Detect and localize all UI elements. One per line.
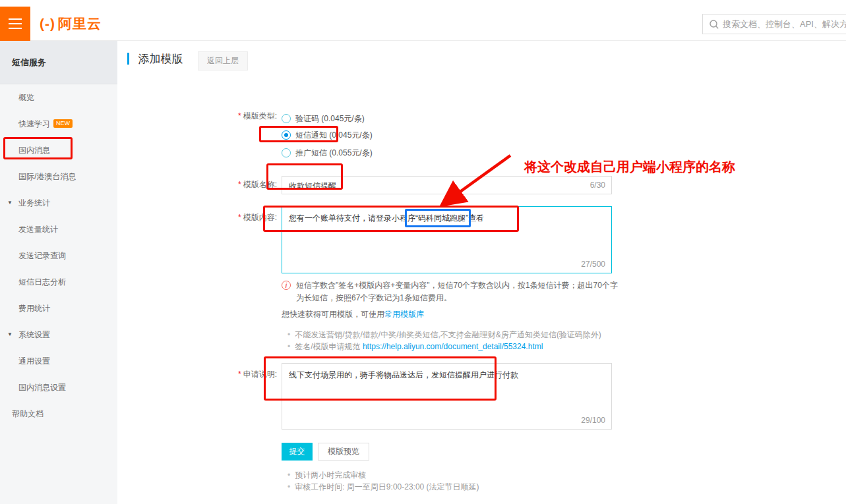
- template-content-value: 您有一个账单待支付，请登录小程序“码科同城跑腿”查看: [289, 212, 599, 224]
- global-search: [702, 14, 846, 34]
- submit-button[interactable]: 提交: [282, 443, 313, 461]
- sidebar-item-sms-log[interactable]: 短信日志分析: [0, 269, 117, 295]
- sidebar-item-quick-learn[interactable]: 快速学习NEW: [0, 111, 117, 137]
- main-content: 添加模版 返回上层 *模版类型: 验证码 (0.045元/条) 短信通知 (0.…: [117, 41, 846, 504]
- sidebar-item-overview[interactable]: 概览: [0, 84, 117, 111]
- sidebar-group-business-stats[interactable]: ▼业务统计: [0, 190, 117, 216]
- bullet-icon: •: [287, 470, 290, 480]
- top-navbar: (-)阿里云: [0, 7, 846, 41]
- aliyun-logo-mark: (-): [40, 16, 55, 31]
- radio-sms-notification[interactable]: 短信通知 (0.045元/条): [282, 128, 373, 142]
- radio-icon[interactable]: [282, 114, 291, 123]
- content-note-2: •签名/模版申请规范 https://help.aliyun.com/docum…: [287, 341, 543, 352]
- sidebar-item-domestic-settings[interactable]: 国内消息设置: [0, 374, 117, 401]
- aliyun-logo-text: 阿里云: [58, 16, 102, 31]
- radio-promo-sms[interactable]: 推广短信 (0.055元/条): [282, 146, 373, 159]
- aliyun-logo[interactable]: (-)阿里云: [40, 7, 102, 41]
- sidebar: 短信服务 概览 快速学习NEW 国内消息 国际/港澳台消息 ▼业务统计 发送量统…: [0, 41, 117, 504]
- info-icon: i: [282, 281, 291, 290]
- back-button[interactable]: 返回上层: [198, 51, 248, 70]
- spec-doc-link[interactable]: https://help.aliyun.com/document_detail/…: [363, 342, 543, 351]
- content-note-1: •不能发送营销/贷款/借款/中奖/抽奖类短信,不支持金融理财&房产通知类短信(验…: [287, 329, 601, 341]
- template-library-tip: 想快速获得可用模版，可使用常用模版库: [282, 309, 424, 320]
- caret-down-icon: ▼: [7, 322, 13, 348]
- page-title: 添加模版: [138, 53, 183, 65]
- title-accent-bar: [127, 53, 129, 65]
- review-note-2: •审核工作时间: 周一至周日9:00-23:00 (法定节日顺延): [287, 481, 479, 493]
- radio-verification-code[interactable]: 验证码 (0.045元/条): [282, 112, 365, 125]
- aliyun-console-page: (-)阿里云 短信服务 概览 快速学习NEW 国内消息 国际/港澳台消息 ▼业务…: [0, 0, 846, 504]
- bullet-icon: •: [287, 482, 290, 491]
- sidebar-group-system-settings[interactable]: ▼系统设置: [0, 322, 117, 348]
- sidebar-item-domestic-message[interactable]: 国内消息: [0, 137, 117, 163]
- apply-desc-counter: 29/100: [581, 416, 605, 425]
- bullet-icon: •: [287, 330, 290, 339]
- template-type-label: *模版类型:: [117, 111, 277, 122]
- template-preview-button[interactable]: 模版预览: [318, 443, 369, 461]
- apply-desc-label: *申请说明:: [117, 369, 277, 380]
- template-name-label: *模版名称:: [117, 179, 277, 190]
- billing-info: i 短信字数含"签名+模版内容+变量内容"，短信70个字数含以内，按1条短信计费…: [282, 279, 619, 304]
- template-content-counter: 27/500: [581, 260, 605, 269]
- search-input[interactable]: [723, 14, 846, 34]
- template-content-textarea[interactable]: 您有一个账单待支付，请登录小程序“码科同城跑腿”查看 27/500: [282, 206, 612, 273]
- apply-desc-textarea[interactable]: 线下支付场景用的，骑手将物品送达后，发短信提醒用户进行付款 29/100: [282, 363, 612, 430]
- caret-down-icon: ▼: [7, 190, 13, 216]
- sidebar-item-intl-message[interactable]: 国际/港澳台消息: [0, 163, 117, 190]
- radio-icon[interactable]: [282, 148, 291, 157]
- template-name-counter: 6/30: [590, 181, 605, 190]
- bullet-icon: •: [287, 342, 290, 351]
- apply-desc-value: 线下支付场景用的，骑手将物品送达后，发短信提醒用户进行付款: [289, 369, 599, 381]
- template-name-input[interactable]: 收款短信提醒 6/30: [282, 176, 612, 194]
- sidebar-item-general-settings[interactable]: 通用设置: [0, 348, 117, 374]
- sidebar-item-send-records[interactable]: 发送记录查询: [0, 242, 117, 269]
- template-name-value: 收款短信提醒: [289, 181, 336, 192]
- review-note-1: •预计两小时完成审核: [287, 469, 366, 481]
- hamburger-menu-icon[interactable]: [0, 7, 30, 41]
- billing-info-text: 短信字数含"签名+模版内容+变量内容"，短信70个字数含以内，按1条短信计费；超…: [296, 279, 619, 304]
- sidebar-item-help-docs[interactable]: 帮助文档: [0, 401, 117, 427]
- search-icon: [709, 19, 719, 30]
- sidebar-item-send-volume[interactable]: 发送量统计: [0, 216, 117, 242]
- sidebar-item-cost-stats[interactable]: 费用统计: [0, 295, 117, 322]
- new-badge: NEW: [53, 119, 73, 128]
- sidebar-title: 短信服务: [0, 41, 117, 84]
- radio-selected-icon[interactable]: [282, 130, 291, 140]
- template-content-label: *模版内容:: [117, 212, 277, 223]
- template-library-link[interactable]: 常用模版库: [384, 310, 424, 319]
